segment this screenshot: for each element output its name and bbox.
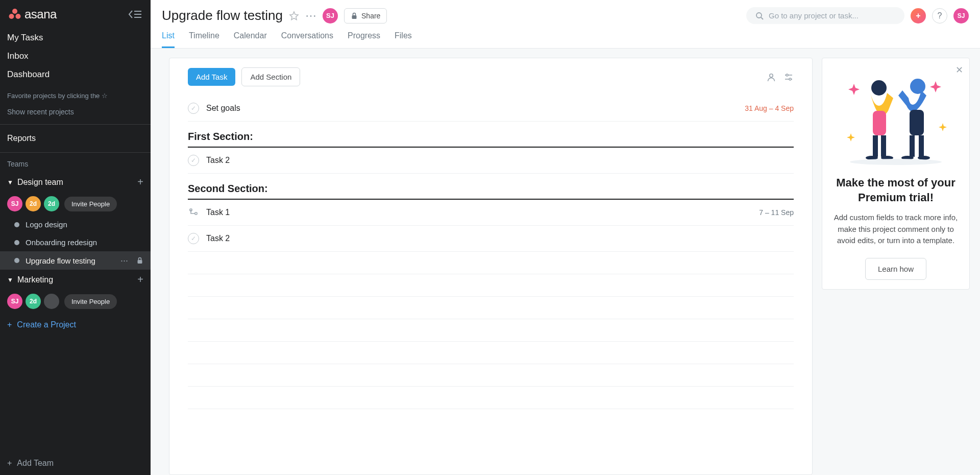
empty-task-row[interactable] — [188, 252, 794, 274]
chevron-down-icon: ▼ — [7, 179, 13, 186]
team-header-design[interactable]: ▼ Design team + — [0, 172, 151, 192]
task-name: Task 2 — [206, 156, 230, 165]
nav-reports[interactable]: Reports — [0, 125, 151, 152]
share-button[interactable]: Share — [344, 8, 387, 23]
empty-task-row[interactable] — [188, 364, 794, 387]
avatar[interactable]: 2d — [26, 196, 41, 211]
global-add-button[interactable]: + — [911, 8, 926, 23]
close-icon[interactable]: ✕ — [955, 64, 963, 76]
empty-task-row[interactable] — [188, 319, 794, 342]
collapse-sidebar-icon[interactable] — [128, 9, 142, 20]
nav-my-tasks[interactable]: My Tasks — [0, 29, 151, 47]
favorite-star-icon[interactable] — [289, 11, 299, 21]
add-section-button[interactable]: Add Section — [241, 67, 300, 86]
team-name: Design team — [17, 178, 63, 187]
lock-icon — [136, 257, 143, 264]
subtask-icon — [188, 207, 199, 218]
add-to-team-icon[interactable]: + — [137, 274, 143, 286]
logo-icon — [8, 8, 21, 21]
svg-point-28 — [918, 156, 930, 160]
svg-rect-16 — [195, 212, 197, 215]
task-row[interactable]: ✓ Task 2 — [188, 148, 794, 174]
task-panel: Add Task Add Section ✓ Set goals 31 Aug … — [169, 58, 813, 475]
more-icon[interactable]: ⋯ — [120, 256, 128, 265]
current-user-avatar[interactable]: SJ — [953, 8, 969, 23]
help-button[interactable]: ? — [932, 8, 947, 23]
section-header[interactable]: Second Section: — [188, 174, 794, 200]
chevron-down-icon: ▼ — [7, 276, 13, 283]
empty-task-row[interactable] — [188, 342, 794, 364]
invite-people-button[interactable]: Invite People — [64, 294, 117, 309]
task-toolbar: Add Task Add Section — [169, 58, 812, 96]
logo[interactable]: asana — [8, 7, 57, 21]
project-item-active[interactable]: Upgrade flow testing ⋯ — [0, 251, 151, 270]
svg-point-29 — [850, 159, 942, 165]
invite-people-button[interactable]: Invite People — [64, 197, 117, 211]
svg-rect-6 — [138, 260, 142, 264]
section-header[interactable]: First Section: — [188, 122, 794, 148]
complete-task-icon[interactable]: ✓ — [188, 233, 199, 244]
project-item[interactable]: Onboarding redesign — [0, 233, 151, 251]
search-placeholder: Go to any project or task... — [769, 11, 859, 20]
team-avatars-marketing: SJ 2d Invite People — [0, 290, 151, 313]
svg-point-12 — [786, 74, 788, 76]
nav-inbox[interactable]: Inbox — [0, 47, 151, 65]
share-label: Share — [361, 12, 380, 20]
create-project-label: Create a Project — [17, 320, 76, 329]
add-team-label: Add Team — [17, 459, 54, 468]
task-row[interactable]: ✓ Task 2 — [188, 226, 794, 252]
empty-task-row[interactable] — [188, 387, 794, 409]
add-to-team-icon[interactable]: + — [137, 176, 143, 188]
add-task-button[interactable]: Add Task — [188, 68, 235, 86]
nav-primary: My Tasks Inbox Dashboard — [0, 29, 151, 89]
avatar[interactable]: SJ — [7, 196, 22, 211]
tab-files[interactable]: Files — [395, 31, 412, 48]
show-recent-projects[interactable]: Show recent projects — [0, 106, 151, 124]
empty-task-row[interactable] — [188, 297, 794, 319]
svg-point-23 — [910, 79, 925, 94]
lock-icon — [351, 12, 358, 19]
project-color-dot — [14, 240, 19, 245]
complete-task-icon[interactable]: ✓ — [188, 103, 199, 114]
avatar[interactable]: SJ — [7, 294, 22, 309]
favorite-hint: Favorite projects by clicking the ☆ — [0, 89, 151, 106]
svg-rect-18 — [873, 111, 886, 135]
sidebar-top: asana — [0, 0, 151, 29]
project-menu-icon[interactable]: ⋯ — [305, 9, 316, 22]
promo-cta-button[interactable]: Learn how — [865, 258, 926, 280]
promo-body: Add custom fields to track more info, ma… — [831, 212, 960, 247]
task-list: ✓ Set goals 31 Aug – 4 Sep First Section… — [169, 96, 812, 474]
project-owner-avatar[interactable]: SJ — [323, 8, 338, 23]
tab-conversations[interactable]: Conversations — [281, 31, 333, 48]
project-color-dot — [14, 222, 19, 227]
svg-point-2 — [16, 14, 21, 19]
assignee-filter-icon[interactable] — [766, 72, 776, 82]
avatar[interactable]: 2d — [26, 294, 41, 309]
create-project-button[interactable]: + Create a Project — [0, 313, 151, 337]
add-team-button[interactable]: + Add Team — [0, 452, 151, 475]
filter-settings-icon[interactable] — [783, 72, 794, 82]
svg-point-8 — [756, 13, 762, 18]
task-row[interactable]: ✓ Set goals 31 Aug – 4 Sep — [188, 96, 794, 122]
avatar[interactable]: 2d — [44, 196, 59, 211]
svg-point-0 — [12, 9, 17, 14]
tab-progress[interactable]: Progress — [348, 31, 380, 48]
empty-task-row[interactable] — [188, 274, 794, 297]
nav-dashboard[interactable]: Dashboard — [0, 65, 151, 84]
project-item[interactable]: Logo design — [0, 216, 151, 233]
favorite-hint-text: Favorite projects by clicking the — [7, 92, 100, 100]
star-icon: ☆ — [102, 92, 108, 100]
premium-promo-card: ✕ — [822, 58, 970, 290]
tab-timeline[interactable]: Timeline — [189, 31, 219, 48]
complete-task-icon[interactable]: ✓ — [188, 155, 199, 166]
global-search[interactable]: Go to any project or task... — [746, 7, 904, 24]
tab-calendar[interactable]: Calendar — [234, 31, 267, 48]
task-name: Task 2 — [206, 234, 230, 243]
svg-point-10 — [770, 74, 773, 77]
project-color-dot — [14, 258, 19, 263]
task-row[interactable]: Task 1 7 – 11 Sep — [188, 200, 794, 226]
tab-list[interactable]: List — [162, 31, 175, 48]
svg-rect-25 — [910, 135, 915, 157]
avatar[interactable] — [44, 294, 59, 309]
team-header-marketing[interactable]: ▼ Marketing + — [0, 270, 151, 290]
